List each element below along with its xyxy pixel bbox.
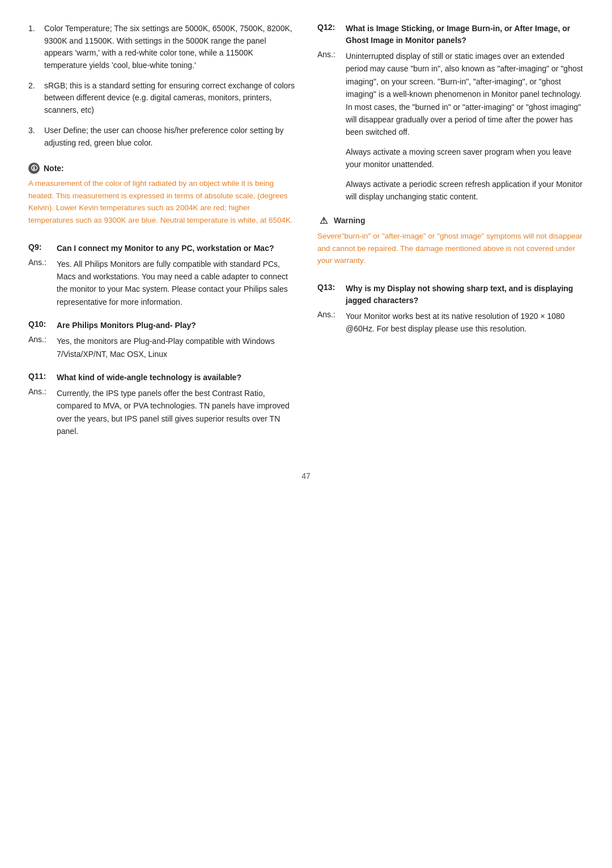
ans-text: Yes. All Philips Monitors are fully comp…: [57, 258, 295, 309]
question-row: Q11: What kind of wide-angle technology …: [28, 372, 295, 384]
q-label: Q11:: [28, 372, 50, 384]
ans-label: Ans.:: [28, 258, 50, 309]
q-label: Q12:: [317, 23, 339, 46]
qa-block-q13: Q13: Why is my Display not showing sharp…: [317, 283, 584, 335]
warning-label: Warning: [334, 216, 365, 225]
qa-block-q12: Q12: What is Image Sticking, or Image Bu…: [317, 23, 584, 203]
list-number: 1.: [28, 23, 39, 72]
qa-block-q10: Q10: Are Philips Monitors Plug-and- Play…: [28, 320, 295, 360]
list-item: 2. sRGB; this is a standard setting for …: [28, 80, 295, 117]
ans-text: Currently, the IPS type panels offer the…: [57, 387, 295, 438]
q-text: Are Philips Monitors Plug-and- Play?: [57, 320, 196, 331]
warning-box: ⚠ Warning Severe"burn-in" or "after-imag…: [317, 214, 584, 267]
q-label: Q13:: [317, 283, 339, 307]
warning-text: Severe"burn-in" or "after-image" or "gho…: [317, 230, 584, 267]
ans-content: Uninterrupted display of still or static…: [346, 50, 584, 203]
warning-icon: ⚠: [317, 214, 330, 227]
question-row: Q10: Are Philips Monitors Plug-and- Play…: [28, 320, 295, 331]
page-container: 1. Color Temperature; The six settings a…: [28, 23, 584, 449]
list-item-text: sRGB; this is a standard setting for ens…: [44, 80, 295, 117]
left-column: 1. Color Temperature; The six settings a…: [28, 23, 295, 449]
ans-text-extra-2: Always activate a periodic screen refres…: [346, 178, 584, 203]
note-text: A measurement of the color of light radi…: [28, 177, 295, 226]
note-header: 🛈 Note:: [28, 163, 295, 174]
list-number: 2.: [28, 80, 39, 117]
ans-text: Yes, the monitors are Plug-and-Play comp…: [57, 335, 295, 360]
answer-row: Ans.: Yes. All Philips Monitors are full…: [28, 258, 295, 309]
question-row: Q12: What is Image Sticking, or Image Bu…: [317, 23, 584, 46]
page-number: 47: [28, 471, 584, 480]
q-label: Q9:: [28, 242, 50, 254]
answer-row: Ans.: Yes, the monitors are Plug-and-Pla…: [28, 335, 295, 360]
ans-text: Your Monitor works best at its native re…: [346, 310, 584, 335]
ans-label: Ans.:: [317, 310, 339, 335]
numbered-list: 1. Color Temperature; The six settings a…: [28, 23, 295, 149]
answer-row: Ans.: Currently, the IPS type panels off…: [28, 387, 295, 438]
ans-label: Ans.:: [28, 387, 50, 438]
list-item-text: User Define; the user can choose his/her…: [44, 125, 295, 149]
warning-header: ⚠ Warning: [317, 214, 584, 227]
answer-row: Ans.: Your Monitor works best at its nat…: [317, 310, 584, 335]
q-text: What is Image Sticking, or Image Burn-in…: [346, 23, 584, 46]
q-label: Q10:: [28, 320, 50, 331]
right-column: Q12: What is Image Sticking, or Image Bu…: [317, 23, 584, 449]
list-item-text: Color Temperature; The six settings are …: [44, 23, 295, 72]
list-number: 3.: [28, 125, 39, 149]
ans-label: Ans.:: [317, 50, 339, 203]
ans-text-main: Uninterrupted display of still or static…: [346, 50, 584, 139]
ans-text-extra-1: Always activate a moving screen saver pr…: [346, 146, 584, 171]
list-item: 3. User Define; the user can choose his/…: [28, 125, 295, 149]
note-label: Note:: [44, 164, 64, 173]
ans-label: Ans.:: [28, 335, 50, 360]
question-row: Q9: Can I connect my Monitor to any PC, …: [28, 242, 295, 254]
note-icon: 🛈: [28, 163, 40, 174]
list-item: 1. Color Temperature; The six settings a…: [28, 23, 295, 72]
qa-block-q11: Q11: What kind of wide-angle technology …: [28, 372, 295, 438]
q-text: Can I connect my Monitor to any PC, work…: [57, 242, 274, 254]
q-text: What kind of wide-angle technology is av…: [57, 372, 241, 384]
q-text: Why is my Display not showing sharp text…: [346, 283, 584, 307]
question-row: Q13: Why is my Display not showing sharp…: [317, 283, 584, 307]
qa-block-q9: Q9: Can I connect my Monitor to any PC, …: [28, 242, 295, 309]
answer-row: Ans.: Uninterrupted display of still or …: [317, 50, 584, 203]
note-box: 🛈 Note: A measurement of the color of li…: [28, 163, 295, 226]
